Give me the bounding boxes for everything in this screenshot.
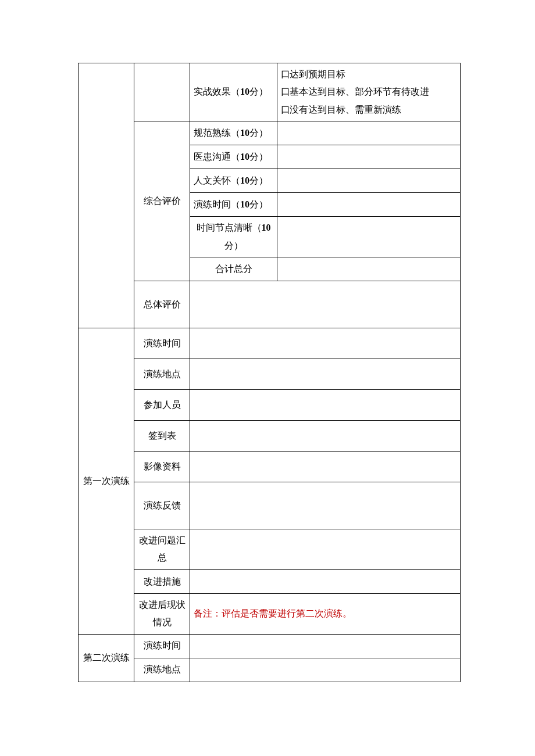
cell-effect-options: 口达到预期目标 口基本达到目标、部分环节有待改进 口没有达到目标、需重新演练 [277,63,461,121]
row-d2-place: 演练地点 [79,658,461,682]
row-d1-issues: 改进问题汇总 [79,529,461,569]
criteria-1: 规范熟练（10分） [190,121,277,145]
checkbox-icon: 口 [281,66,290,83]
value-d1-signin [190,420,461,451]
s: 分） [249,128,268,138]
row-d1-signin: 签到表 [79,420,461,451]
evaluation-table: 实战效果（10分） 口达到预期目标 口基本达到目标、部分环节有待改进 口没有达到… [78,63,461,682]
opt-label: 达到预期目标 [290,69,345,79]
row-d1-people: 参加人员 [79,389,461,420]
pts: 10 [240,87,249,96]
value-d1-measures [190,569,461,593]
opt-2: 口基本达到目标、部分环节有待改进 [281,83,456,101]
label-d1-feedback: 演练反馈 [134,482,190,529]
label-d1-signin: 签到表 [134,420,190,451]
criteria-5: 时间节点清晰（10分） [190,217,277,257]
row-d1-poststatus: 改进后现状情况 备注：评估是否需要进行第二次演练。 [79,593,461,634]
cell-overall-label: 总体评价 [134,281,190,328]
criteria-total: 合计总分 [190,257,277,281]
score-3 [277,169,461,193]
section-drill1: 第一次演练 [79,328,134,634]
row-d1-time: 第一次演练 演练时间 [79,328,461,359]
value-d1-poststatus-note: 备注：评估是否需要进行第二次演练。 [190,593,461,634]
row-d1-place: 演练地点 [79,359,461,389]
value-d1-place [190,359,461,389]
s: 分） [249,175,268,185]
p: 10 [262,223,271,232]
value-d1-issues [190,529,461,569]
checkbox-icon: 口 [281,83,290,101]
text: 实战效果（ [194,87,240,96]
value-d1-time [190,328,461,359]
value-d2-place [190,658,461,682]
opt-label: 基本达到目标、部分环节有待改进 [290,87,429,96]
criteria-4: 演练时间（10分） [190,193,277,217]
score-4 [277,193,461,217]
p: 10 [240,128,249,138]
label-d1-time: 演练时间 [134,328,190,359]
s: 分） [224,241,243,250]
value-d1-feedback [190,482,461,529]
criteria-2: 医患沟通（10分） [190,145,277,169]
score-1 [277,121,461,145]
t: 演练时间（ [194,199,240,209]
cell-effect-label: 实战效果（10分） [190,63,277,121]
row-d2-time: 第二次演练 演练时间 [79,634,461,658]
criteria-3: 人文关怀（10分） [190,169,277,193]
cell-comprehensive-label: 综合评价 [134,121,190,281]
label-d2-time: 演练时间 [134,634,190,658]
row-d1-media: 影像资料 [79,451,461,482]
label-d1-people: 参加人员 [134,389,190,420]
score-2 [277,145,461,169]
label-d1-issues: 改进问题汇总 [134,529,190,569]
label-d2-place: 演练地点 [134,658,190,682]
row-comp-1: 综合评价 规范熟练（10分） [79,121,461,145]
t: 时间节点清晰（ [197,223,262,232]
score-total [277,257,461,281]
opt-label: 没有达到目标、需重新演练 [290,105,401,114]
label-d1-media: 影像资料 [134,451,190,482]
t: 人文关怀（ [194,175,240,185]
section-drill2: 第二次演练 [79,634,134,682]
row-d1-measures: 改进措施 [79,569,461,593]
row-d1-feedback: 演练反馈 [79,482,461,529]
cell-blank-col2 [134,63,190,121]
row-overall: 总体评价 [79,281,461,328]
value-d2-time [190,634,461,658]
s: 分） [249,199,268,209]
cell-overall-value [190,281,461,328]
p: 10 [240,199,249,209]
label-d1-measures: 改进措施 [134,569,190,593]
section-blank-left [79,63,134,328]
p: 10 [240,152,249,162]
score-5 [277,217,461,257]
t: 医患沟通（ [194,152,240,162]
text2: 分） [249,87,268,96]
label-d1-poststatus: 改进后现状情况 [134,593,190,634]
opt-3: 口没有达到目标、需重新演练 [281,101,456,119]
checkbox-icon: 口 [281,101,290,119]
value-d1-media [190,451,461,482]
value-d1-people [190,389,461,420]
label-d1-place: 演练地点 [134,359,190,389]
opt-1: 口达到预期目标 [281,66,456,83]
t: 规范熟练（ [194,128,240,138]
row-effect: 实战效果（10分） 口达到预期目标 口基本达到目标、部分环节有待改进 口没有达到… [79,63,461,121]
s: 分） [249,152,268,162]
p: 10 [240,175,249,185]
